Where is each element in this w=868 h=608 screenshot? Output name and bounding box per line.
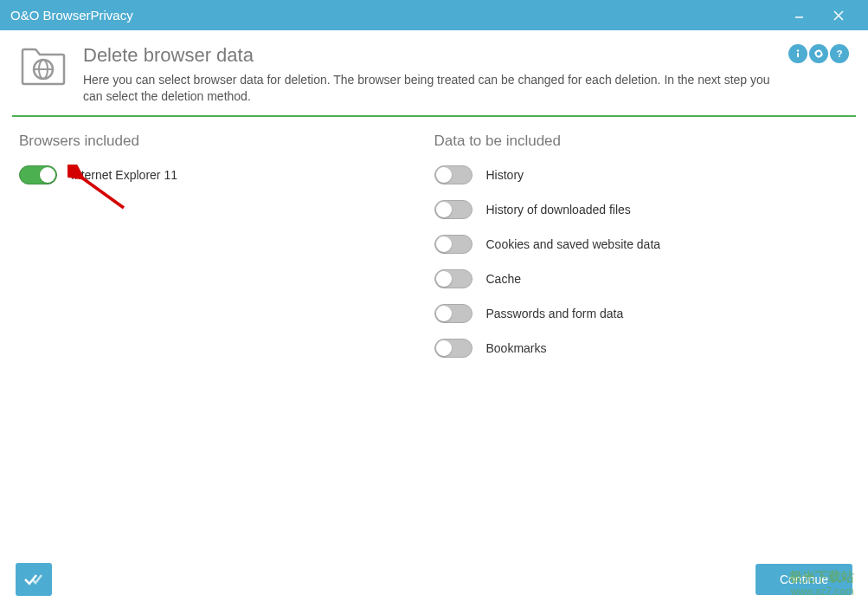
select-all-button[interactable] [16,563,52,596]
help-button[interactable]: ? [830,44,849,63]
toggle-downloads[interactable] [434,200,473,219]
toggle-history[interactable] [434,165,473,184]
data-row-cache: Cache [434,269,850,288]
close-button[interactable] [819,0,858,30]
label-bookmarks: Bookmarks [486,341,547,355]
toggle-passwords[interactable] [434,304,473,323]
page-title: Delete browser data [83,44,773,67]
titlebar-title: O&O BrowserPrivacy [10,8,780,23]
page-description: Here you can select browser data for del… [83,72,773,105]
header-actions: ? [788,44,849,105]
label-cache: Cache [486,272,521,286]
data-row-cookies: Cookies and saved website data [434,235,850,254]
label-passwords: Passwords and form data [486,307,624,320]
label-downloads: History of downloaded files [486,203,631,217]
browser-folder-icon [19,44,68,105]
titlebar: O&O BrowserPrivacy [0,0,868,30]
minimize-button[interactable] [780,0,819,30]
toggle-cookies[interactable] [434,235,473,254]
data-section-title: Data to be included [434,133,850,150]
data-types-column: Data to be included History History of d… [434,133,850,373]
svg-text:?: ? [837,49,843,59]
browser-toggle-ie11[interactable] [19,165,57,184]
info-button[interactable] [788,44,807,63]
footer: Continue [16,563,852,596]
header-content: Delete browser data Here you can select … [83,44,773,105]
svg-point-6 [797,49,799,51]
label-history: History [486,168,524,182]
data-row-bookmarks: Bookmarks [434,339,850,358]
main-content: Browsers included Internet Explorer 11 D… [0,117,868,389]
data-row-downloads: History of downloaded files [434,200,850,219]
browsers-section-title: Browsers included [19,133,434,150]
data-row-history: History [434,165,850,184]
titlebar-controls [780,0,858,30]
toggle-bookmarks[interactable] [434,339,473,358]
continue-button[interactable]: Continue [755,564,852,595]
browsers-column: Browsers included Internet Explorer 11 [19,133,434,373]
refresh-button[interactable] [809,44,828,63]
browser-row: Internet Explorer 11 [19,165,434,184]
svg-rect-7 [797,53,799,57]
label-cookies: Cookies and saved website data [486,237,661,251]
browser-label: Internet Explorer 11 [71,168,177,182]
data-row-passwords: Passwords and form data [434,304,850,323]
toggle-cache[interactable] [434,269,473,288]
page-header: Delete browser data Here you can select … [0,30,868,115]
